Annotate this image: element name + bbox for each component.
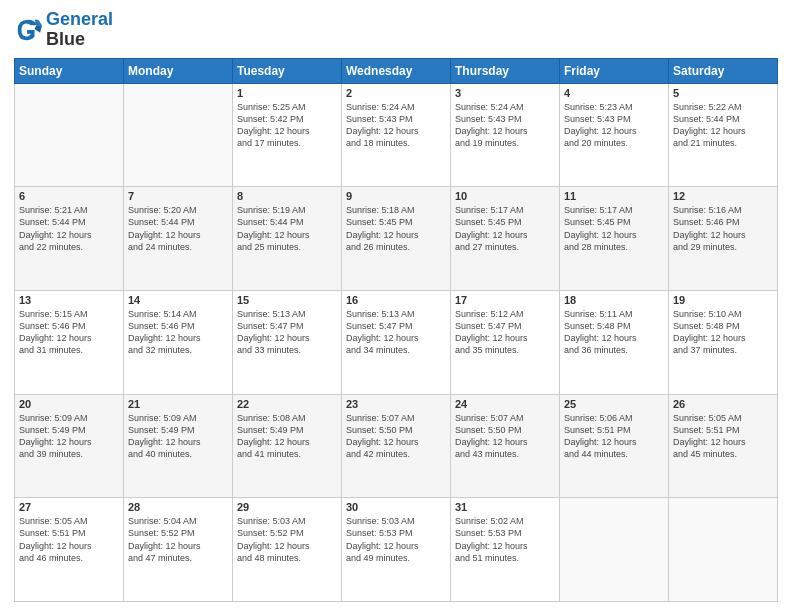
day-number: 31 bbox=[455, 501, 555, 513]
day-detail: Sunrise: 5:16 AM Sunset: 5:46 PM Dayligh… bbox=[673, 204, 773, 253]
calendar-cell bbox=[124, 83, 233, 187]
calendar-cell: 14Sunrise: 5:14 AM Sunset: 5:46 PM Dayli… bbox=[124, 290, 233, 394]
calendar-cell: 7Sunrise: 5:20 AM Sunset: 5:44 PM Daylig… bbox=[124, 187, 233, 291]
calendar-header-friday: Friday bbox=[560, 58, 669, 83]
day-detail: Sunrise: 5:21 AM Sunset: 5:44 PM Dayligh… bbox=[19, 204, 119, 253]
calendar-cell: 10Sunrise: 5:17 AM Sunset: 5:45 PM Dayli… bbox=[451, 187, 560, 291]
day-number: 6 bbox=[19, 190, 119, 202]
calendar-header-tuesday: Tuesday bbox=[233, 58, 342, 83]
day-detail: Sunrise: 5:07 AM Sunset: 5:50 PM Dayligh… bbox=[455, 412, 555, 461]
day-detail: Sunrise: 5:05 AM Sunset: 5:51 PM Dayligh… bbox=[19, 515, 119, 564]
calendar-week-3: 13Sunrise: 5:15 AM Sunset: 5:46 PM Dayli… bbox=[15, 290, 778, 394]
calendar-header-monday: Monday bbox=[124, 58, 233, 83]
calendar-cell: 6Sunrise: 5:21 AM Sunset: 5:44 PM Daylig… bbox=[15, 187, 124, 291]
day-number: 3 bbox=[455, 87, 555, 99]
header: General Blue bbox=[14, 10, 778, 50]
calendar-cell: 3Sunrise: 5:24 AM Sunset: 5:43 PM Daylig… bbox=[451, 83, 560, 187]
day-number: 7 bbox=[128, 190, 228, 202]
day-detail: Sunrise: 5:09 AM Sunset: 5:49 PM Dayligh… bbox=[19, 412, 119, 461]
day-number: 17 bbox=[455, 294, 555, 306]
calendar-cell: 15Sunrise: 5:13 AM Sunset: 5:47 PM Dayli… bbox=[233, 290, 342, 394]
calendar-cell bbox=[15, 83, 124, 187]
calendar-cell: 17Sunrise: 5:12 AM Sunset: 5:47 PM Dayli… bbox=[451, 290, 560, 394]
calendar-cell: 23Sunrise: 5:07 AM Sunset: 5:50 PM Dayli… bbox=[342, 394, 451, 498]
day-number: 9 bbox=[346, 190, 446, 202]
day-number: 27 bbox=[19, 501, 119, 513]
calendar-cell: 19Sunrise: 5:10 AM Sunset: 5:48 PM Dayli… bbox=[669, 290, 778, 394]
day-number: 15 bbox=[237, 294, 337, 306]
day-detail: Sunrise: 5:11 AM Sunset: 5:48 PM Dayligh… bbox=[564, 308, 664, 357]
day-detail: Sunrise: 5:07 AM Sunset: 5:50 PM Dayligh… bbox=[346, 412, 446, 461]
day-detail: Sunrise: 5:18 AM Sunset: 5:45 PM Dayligh… bbox=[346, 204, 446, 253]
calendar-cell: 2Sunrise: 5:24 AM Sunset: 5:43 PM Daylig… bbox=[342, 83, 451, 187]
calendar-cell: 8Sunrise: 5:19 AM Sunset: 5:44 PM Daylig… bbox=[233, 187, 342, 291]
day-detail: Sunrise: 5:15 AM Sunset: 5:46 PM Dayligh… bbox=[19, 308, 119, 357]
logo-text: General Blue bbox=[46, 10, 113, 50]
calendar-cell: 11Sunrise: 5:17 AM Sunset: 5:45 PM Dayli… bbox=[560, 187, 669, 291]
calendar-cell bbox=[669, 498, 778, 602]
day-detail: Sunrise: 5:19 AM Sunset: 5:44 PM Dayligh… bbox=[237, 204, 337, 253]
day-number: 23 bbox=[346, 398, 446, 410]
day-number: 2 bbox=[346, 87, 446, 99]
calendar-week-5: 27Sunrise: 5:05 AM Sunset: 5:51 PM Dayli… bbox=[15, 498, 778, 602]
day-number: 25 bbox=[564, 398, 664, 410]
calendar-cell: 20Sunrise: 5:09 AM Sunset: 5:49 PM Dayli… bbox=[15, 394, 124, 498]
day-detail: Sunrise: 5:20 AM Sunset: 5:44 PM Dayligh… bbox=[128, 204, 228, 253]
day-number: 14 bbox=[128, 294, 228, 306]
calendar-header-row: SundayMondayTuesdayWednesdayThursdayFrid… bbox=[15, 58, 778, 83]
calendar-cell: 28Sunrise: 5:04 AM Sunset: 5:52 PM Dayli… bbox=[124, 498, 233, 602]
day-number: 30 bbox=[346, 501, 446, 513]
day-number: 10 bbox=[455, 190, 555, 202]
calendar-cell: 18Sunrise: 5:11 AM Sunset: 5:48 PM Dayli… bbox=[560, 290, 669, 394]
logo: General Blue bbox=[14, 10, 113, 50]
day-detail: Sunrise: 5:05 AM Sunset: 5:51 PM Dayligh… bbox=[673, 412, 773, 461]
day-number: 29 bbox=[237, 501, 337, 513]
calendar: SundayMondayTuesdayWednesdayThursdayFrid… bbox=[14, 58, 778, 602]
day-detail: Sunrise: 5:08 AM Sunset: 5:49 PM Dayligh… bbox=[237, 412, 337, 461]
page: General Blue SundayMondayTuesdayWednesda… bbox=[0, 0, 792, 612]
calendar-header-saturday: Saturday bbox=[669, 58, 778, 83]
calendar-week-2: 6Sunrise: 5:21 AM Sunset: 5:44 PM Daylig… bbox=[15, 187, 778, 291]
day-detail: Sunrise: 5:04 AM Sunset: 5:52 PM Dayligh… bbox=[128, 515, 228, 564]
day-number: 8 bbox=[237, 190, 337, 202]
day-detail: Sunrise: 5:13 AM Sunset: 5:47 PM Dayligh… bbox=[346, 308, 446, 357]
day-number: 19 bbox=[673, 294, 773, 306]
day-number: 20 bbox=[19, 398, 119, 410]
calendar-cell: 5Sunrise: 5:22 AM Sunset: 5:44 PM Daylig… bbox=[669, 83, 778, 187]
calendar-cell: 31Sunrise: 5:02 AM Sunset: 5:53 PM Dayli… bbox=[451, 498, 560, 602]
calendar-cell: 1Sunrise: 5:25 AM Sunset: 5:42 PM Daylig… bbox=[233, 83, 342, 187]
day-number: 13 bbox=[19, 294, 119, 306]
day-detail: Sunrise: 5:14 AM Sunset: 5:46 PM Dayligh… bbox=[128, 308, 228, 357]
day-number: 11 bbox=[564, 190, 664, 202]
logo-icon bbox=[14, 16, 42, 44]
calendar-cell: 13Sunrise: 5:15 AM Sunset: 5:46 PM Dayli… bbox=[15, 290, 124, 394]
day-detail: Sunrise: 5:06 AM Sunset: 5:51 PM Dayligh… bbox=[564, 412, 664, 461]
day-detail: Sunrise: 5:10 AM Sunset: 5:48 PM Dayligh… bbox=[673, 308, 773, 357]
calendar-cell: 24Sunrise: 5:07 AM Sunset: 5:50 PM Dayli… bbox=[451, 394, 560, 498]
day-detail: Sunrise: 5:23 AM Sunset: 5:43 PM Dayligh… bbox=[564, 101, 664, 150]
day-detail: Sunrise: 5:02 AM Sunset: 5:53 PM Dayligh… bbox=[455, 515, 555, 564]
day-detail: Sunrise: 5:17 AM Sunset: 5:45 PM Dayligh… bbox=[455, 204, 555, 253]
day-detail: Sunrise: 5:03 AM Sunset: 5:53 PM Dayligh… bbox=[346, 515, 446, 564]
calendar-cell: 22Sunrise: 5:08 AM Sunset: 5:49 PM Dayli… bbox=[233, 394, 342, 498]
calendar-cell: 4Sunrise: 5:23 AM Sunset: 5:43 PM Daylig… bbox=[560, 83, 669, 187]
day-number: 16 bbox=[346, 294, 446, 306]
calendar-cell: 26Sunrise: 5:05 AM Sunset: 5:51 PM Dayli… bbox=[669, 394, 778, 498]
day-detail: Sunrise: 5:25 AM Sunset: 5:42 PM Dayligh… bbox=[237, 101, 337, 150]
day-number: 1 bbox=[237, 87, 337, 99]
calendar-cell: 12Sunrise: 5:16 AM Sunset: 5:46 PM Dayli… bbox=[669, 187, 778, 291]
day-number: 26 bbox=[673, 398, 773, 410]
day-detail: Sunrise: 5:17 AM Sunset: 5:45 PM Dayligh… bbox=[564, 204, 664, 253]
calendar-week-1: 1Sunrise: 5:25 AM Sunset: 5:42 PM Daylig… bbox=[15, 83, 778, 187]
day-detail: Sunrise: 5:22 AM Sunset: 5:44 PM Dayligh… bbox=[673, 101, 773, 150]
calendar-cell bbox=[560, 498, 669, 602]
calendar-header-wednesday: Wednesday bbox=[342, 58, 451, 83]
day-detail: Sunrise: 5:24 AM Sunset: 5:43 PM Dayligh… bbox=[346, 101, 446, 150]
calendar-header-sunday: Sunday bbox=[15, 58, 124, 83]
day-number: 18 bbox=[564, 294, 664, 306]
calendar-header-thursday: Thursday bbox=[451, 58, 560, 83]
day-detail: Sunrise: 5:24 AM Sunset: 5:43 PM Dayligh… bbox=[455, 101, 555, 150]
day-detail: Sunrise: 5:09 AM Sunset: 5:49 PM Dayligh… bbox=[128, 412, 228, 461]
calendar-cell: 16Sunrise: 5:13 AM Sunset: 5:47 PM Dayli… bbox=[342, 290, 451, 394]
day-number: 5 bbox=[673, 87, 773, 99]
